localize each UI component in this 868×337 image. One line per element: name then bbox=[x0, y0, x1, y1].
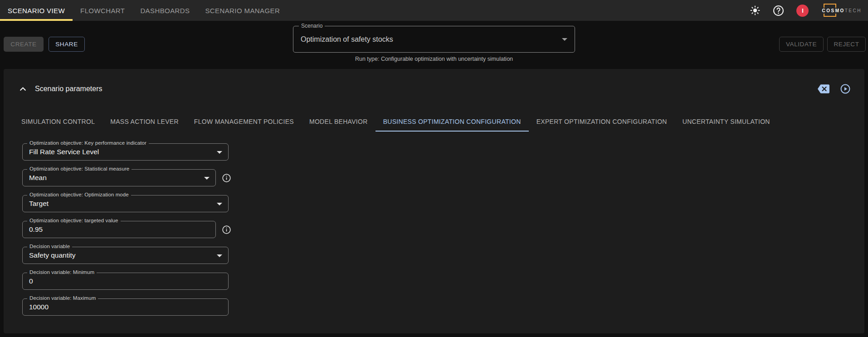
parameters-form: Optimization objective: Key performance … bbox=[22, 143, 864, 316]
nav-tab-flowchart[interactable]: FLOWCHART bbox=[73, 0, 132, 21]
decision-variable-maximum-input[interactable]: Decision variable: Maximum 10000 bbox=[22, 298, 229, 316]
field-label: Decision variable: Maximum bbox=[27, 295, 98, 301]
dropdown-arrow-icon bbox=[217, 151, 222, 154]
brightness-icon[interactable] bbox=[750, 5, 761, 16]
field-row: Decision variable Safety quantity bbox=[22, 247, 864, 264]
dropdown-arrow-icon bbox=[217, 203, 222, 205]
dropdown-arrow-icon bbox=[217, 254, 222, 257]
logo-text-cosmo: COSMO bbox=[822, 8, 844, 13]
field-label: Optimization objective: Key performance … bbox=[27, 140, 149, 146]
tab-model-behavior[interactable]: MODEL BEHAVIOR bbox=[302, 112, 375, 132]
decision-variable-select[interactable]: Decision variable Safety quantity bbox=[22, 247, 229, 264]
decision-variable-minimum-input[interactable]: Decision variable: Minimum 0 bbox=[22, 273, 229, 290]
main-nav-tabs: SCENARIO VIEW FLOWCHART DASHBOARDS SCENA… bbox=[0, 0, 288, 21]
nav-tab-scenario-view[interactable]: SCENARIO VIEW bbox=[0, 0, 73, 21]
scenario-select-label: Scenario bbox=[299, 23, 325, 29]
field-row: Optimization objective: targeted value 0… bbox=[22, 221, 864, 238]
info-icon[interactable] bbox=[222, 173, 231, 183]
reject-button[interactable]: REJECT bbox=[827, 37, 866, 52]
validate-button[interactable]: VALIDATE bbox=[779, 37, 824, 52]
field-value: Safety quantity bbox=[29, 251, 76, 259]
nav-tab-dashboards[interactable]: DASHBOARDS bbox=[132, 0, 197, 21]
optimization-mode-select[interactable]: Optimization objective: Optimization mod… bbox=[22, 195, 229, 212]
scenario-select[interactable]: Scenario Optimization of safety stocks bbox=[293, 26, 575, 53]
help-icon[interactable] bbox=[773, 5, 784, 16]
tab-expert-optimization-configuration[interactable]: EXPERT OPTIMIZATION CONFIGURATION bbox=[529, 112, 675, 132]
field-label: Decision variable: Minimum bbox=[27, 269, 97, 275]
panel-title: Scenario parameters bbox=[35, 85, 102, 93]
field-row: Optimization objective: Statistical meas… bbox=[22, 169, 864, 186]
targeted-value-input[interactable]: Optimization objective: targeted value 0… bbox=[22, 221, 216, 238]
top-navbar: SCENARIO VIEW FLOWCHART DASHBOARDS SCENA… bbox=[0, 0, 868, 21]
panel-header: Scenario parameters bbox=[4, 69, 864, 95]
field-value: 0 bbox=[29, 277, 33, 285]
tab-mass-action-lever[interactable]: MASS ACTION LEVER bbox=[102, 112, 186, 132]
tab-flow-management-policies[interactable]: FLOW MANAGEMENT POLICIES bbox=[186, 112, 302, 132]
field-label: Optimization objective: Statistical meas… bbox=[27, 166, 132, 171]
field-row: Optimization objective: Optimization mod… bbox=[22, 195, 864, 212]
field-row: Decision variable: Maximum 10000 bbox=[22, 298, 864, 316]
user-avatar[interactable]: I bbox=[796, 5, 809, 17]
logo-text-tech: TECH bbox=[845, 8, 862, 13]
tab-uncertainty-simulation[interactable]: UNCERTAINTY SIMULATION bbox=[675, 112, 778, 132]
scenario-parameters-panel: Scenario parameters SIMULATION CONTROL M… bbox=[4, 69, 864, 333]
share-button[interactable]: SHARE bbox=[49, 37, 85, 52]
field-value: Mean bbox=[29, 174, 47, 182]
tab-business-optimization-configuration[interactable]: BUSINESS OPTIMIZATION CONFIGURATION bbox=[375, 112, 529, 132]
field-label: Optimization objective: Optimization mod… bbox=[27, 192, 131, 197]
chevron-down-icon bbox=[562, 38, 567, 41]
discard-changes-icon[interactable] bbox=[818, 83, 829, 95]
field-value: Fill Rate Service Level bbox=[29, 148, 99, 156]
run-type-text: Run type: Configurable optimization with… bbox=[0, 56, 868, 62]
field-row: Optimization objective: Key performance … bbox=[22, 143, 864, 161]
field-label: Decision variable bbox=[27, 244, 72, 249]
scenario-select-value: Optimization of safety stocks bbox=[301, 35, 393, 44]
info-icon[interactable] bbox=[222, 225, 231, 234]
kpi-select[interactable]: Optimization objective: Key performance … bbox=[22, 143, 229, 161]
tab-simulation-control[interactable]: SIMULATION CONTROL bbox=[14, 112, 102, 132]
field-value: 10000 bbox=[29, 303, 49, 311]
cosmotech-logo: COSMOTECH bbox=[821, 0, 863, 21]
field-value: Target bbox=[29, 200, 49, 208]
field-label: Optimization objective: targeted value bbox=[27, 218, 121, 223]
field-value: 0.95 bbox=[29, 225, 43, 234]
parameters-tabs: SIMULATION CONTROL MASS ACTION LEVER FLO… bbox=[14, 112, 864, 132]
collapse-chevron-up-icon[interactable] bbox=[18, 84, 28, 94]
dropdown-arrow-icon bbox=[204, 177, 210, 180]
statistical-measure-select[interactable]: Optimization objective: Statistical meas… bbox=[22, 169, 216, 186]
field-row: Decision variable: Minimum 0 bbox=[22, 273, 864, 290]
nav-tab-scenario-manager[interactable]: SCENARIO MANAGER bbox=[197, 0, 288, 21]
navbar-right-icons: I COSMOTECH bbox=[750, 0, 868, 21]
scenario-toolbar: CREATE SHARE VALIDATE REJECT Scenario Op… bbox=[0, 21, 868, 69]
create-button[interactable]: CREATE bbox=[4, 37, 44, 52]
launch-play-icon[interactable] bbox=[840, 83, 851, 94]
